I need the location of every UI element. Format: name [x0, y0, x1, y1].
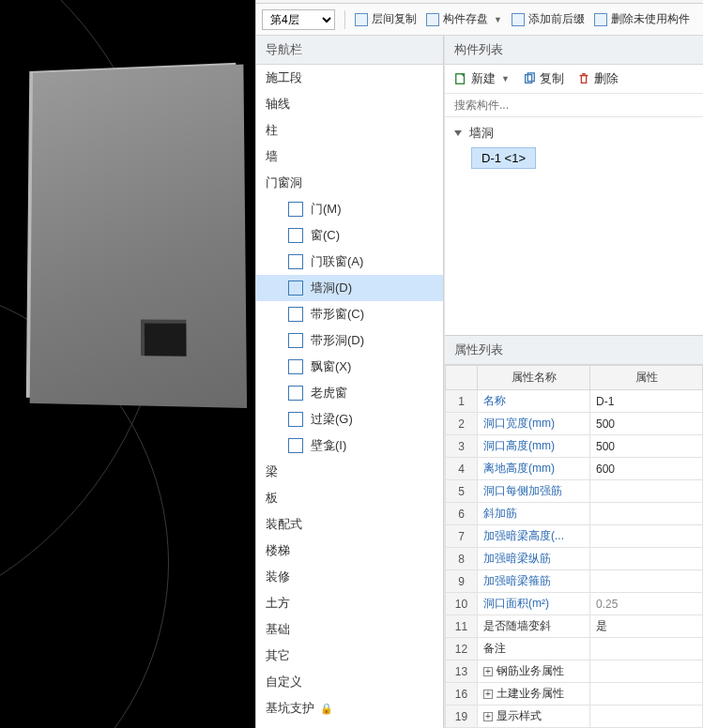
property-value[interactable]: 是 [590, 615, 703, 638]
nav-item[interactable]: 基础 [256, 616, 443, 643]
nav-subitem[interactable]: 壁龛(I) [256, 432, 443, 459]
property-value[interactable]: 600 [590, 458, 703, 480]
property-name: 备注 [478, 638, 590, 660]
property-value[interactable] [590, 660, 703, 683]
property-value[interactable] [590, 525, 703, 548]
row-number: 19 [446, 705, 478, 728]
nav-subitem[interactable]: 过梁(G) [256, 406, 443, 432]
property-name: 名称 [478, 390, 590, 413]
expand-icon[interactable]: + [483, 712, 493, 721]
button-label: 复制 [540, 70, 564, 87]
property-row[interactable]: 16+土建业务属性 [446, 683, 703, 705]
property-header: 属性列表 [445, 336, 703, 365]
button-label: 删除未使用构件 [611, 11, 690, 27]
copy-floor-button[interactable]: 层间复制 [355, 11, 417, 27]
property-row[interactable]: 5洞口每侧加强筋 [446, 480, 703, 503]
rownum-header [446, 366, 478, 390]
property-row[interactable]: 12备注 [446, 638, 703, 660]
property-row[interactable]: 1名称D-1 [446, 390, 703, 413]
search-input[interactable] [445, 94, 703, 117]
nav-subitem-label: 窗(C) [311, 227, 340, 244]
component-type-icon [288, 438, 303, 453]
tree-leaf[interactable]: D-1 <1> [471, 147, 536, 169]
property-row[interactable]: 13+钢筋业务属性 [446, 660, 703, 683]
expand-icon[interactable]: + [483, 690, 493, 699]
property-name: 加强暗梁箍筋 [478, 570, 590, 593]
property-value[interactable]: 500 [590, 413, 703, 435]
nav-subitem[interactable]: 飘窗(X) [256, 354, 443, 380]
property-value[interactable] [590, 503, 703, 525]
row-number: 11 [446, 615, 478, 638]
nav-item[interactable]: 梁 [256, 459, 443, 485]
nav-subitem[interactable]: 门(M) [256, 196, 443, 222]
property-row[interactable]: 19+显示样式 [446, 705, 703, 728]
nav-item[interactable]: 装修 [256, 564, 443, 590]
nav-item[interactable]: 墙 [256, 144, 443, 170]
expand-icon [454, 130, 462, 136]
property-name: +土建业务属性 [478, 683, 590, 705]
nav-subitem[interactable]: 窗(C) [256, 222, 443, 249]
nav-item[interactable]: 其它 [256, 643, 443, 669]
property-value[interactable] [590, 638, 703, 660]
nav-subitem[interactable]: 墙洞(D) [256, 275, 443, 301]
property-row[interactable]: 2洞口宽度(mm)500 [446, 413, 703, 435]
nav-item[interactable]: 土方 [256, 590, 443, 616]
copy-button[interactable]: 复制 [523, 70, 564, 87]
property-value[interactable] [590, 570, 703, 593]
copy-floor-icon [355, 13, 368, 26]
property-row[interactable]: 11是否随墙变斜是 [446, 615, 703, 638]
property-value[interactable] [590, 480, 703, 503]
property-row[interactable]: 3洞口高度(mm)500 [446, 435, 703, 458]
floor-select[interactable]: 第4层 [262, 9, 335, 30]
property-row[interactable]: 9加强暗梁箍筋 [446, 570, 703, 593]
3d-viewport[interactable] [0, 0, 255, 728]
nav-item[interactable]: 柱 [256, 117, 443, 144]
row-number: 3 [446, 435, 478, 458]
property-value[interactable] [590, 548, 703, 570]
nav-item[interactable]: 板 [256, 485, 443, 511]
property-value[interactable]: D-1 [590, 390, 703, 413]
new-button[interactable]: 新建 ▼ [454, 70, 510, 87]
wall-model[interactable] [30, 65, 247, 408]
property-row[interactable]: 8加强暗梁纵筋 [446, 548, 703, 570]
row-number: 10 [446, 593, 478, 615]
nav-subitem[interactable]: 带形洞(D) [256, 327, 443, 354]
add-prefix-button[interactable]: 添加前后缀 [512, 11, 585, 27]
nav-subitem[interactable]: 老虎窗 [256, 380, 443, 406]
property-table: 属性名称 属性 1名称D-12洞口宽度(mm)5003洞口高度(mm)5004离… [445, 365, 703, 728]
component-type-icon [288, 412, 303, 427]
component-type-icon [288, 386, 303, 401]
property-value[interactable]: 500 [590, 435, 703, 458]
new-icon [454, 72, 467, 85]
nav-item[interactable]: 自定义 [256, 669, 443, 695]
property-name: 斜加筋 [478, 503, 590, 525]
component-type-icon [288, 254, 303, 269]
property-value[interactable]: 0.25 [590, 593, 703, 615]
nav-subitem-label: 壁龛(I) [311, 437, 346, 454]
nav-item[interactable]: 施工段 [256, 65, 443, 91]
row-number: 7 [446, 525, 478, 548]
nav-item[interactable]: 门窗洞 [256, 170, 443, 196]
component-tree: 墙洞 D-1 <1> [445, 117, 703, 174]
nav-item[interactable]: 楼梯 [256, 538, 443, 564]
nav-subitem[interactable]: 带形窗(C) [256, 301, 443, 327]
property-row[interactable]: 10洞口面积(m²)0.25 [446, 593, 703, 615]
nav-subitem[interactable]: 门联窗(A) [256, 249, 443, 275]
property-name: +显示样式 [478, 705, 590, 728]
component-type-icon [288, 202, 303, 217]
delete-unused-button[interactable]: 删除未使用构件 [594, 11, 690, 27]
nav-subitem-label: 老虎窗 [311, 385, 347, 402]
nav-item[interactable]: 装配式 [256, 511, 443, 538]
property-value[interactable] [590, 683, 703, 705]
property-row[interactable]: 4离地高度(mm)600 [446, 458, 703, 480]
nav-item[interactable]: 轴线 [256, 91, 443, 117]
store-component-button[interactable]: 构件存盘 ▼ [426, 11, 502, 27]
nav-item-locked[interactable]: 基坑支护 🔒 [256, 695, 443, 721]
delete-button[interactable]: 删除 [577, 70, 619, 87]
property-row[interactable]: 6斜加筋 [446, 503, 703, 525]
component-type-icon [288, 307, 303, 322]
property-row[interactable]: 7加强暗梁高度(... [446, 525, 703, 548]
property-value[interactable] [590, 705, 703, 728]
tree-root[interactable]: 墙洞 [454, 123, 694, 144]
expand-icon[interactable]: + [483, 667, 493, 676]
